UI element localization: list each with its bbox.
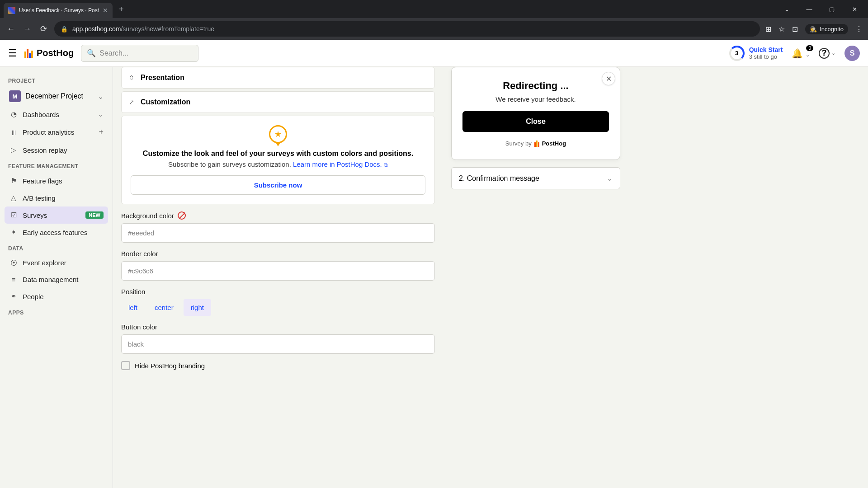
chevron-down-icon: ⌄ [607, 174, 613, 183]
quick-start-progress: 3 [729, 46, 745, 61]
address-bar[interactable]: 🔒 app.posthog.com/surveys/new#fromTempla… [54, 21, 760, 37]
nav-icon: ⚭ [9, 292, 18, 300]
browser-tabstrip: User's Feedback · Surveys · Post ✕ + ⌄ ―… [0, 0, 868, 18]
survey-preview: ✕ Redirecting ... We receive your feedba… [451, 67, 620, 160]
notifications-button[interactable]: 🔔 0 ⌄ [792, 48, 810, 59]
expand-icon: ⇳ [129, 74, 134, 81]
button-color-input[interactable] [121, 334, 435, 354]
position-right-button[interactable]: right [184, 299, 211, 316]
upsell-card: Customize the look and feel of your surv… [121, 116, 435, 204]
sidebar-item-people[interactable]: ⚭People [5, 288, 108, 305]
quick-start-widget[interactable]: 3 Quick Start 3 still to go [729, 46, 783, 61]
sidebar-item-data-management[interactable]: ≡Data management [5, 271, 108, 288]
new-tab-button[interactable]: + [119, 5, 124, 14]
preview-close-button[interactable]: ✕ [602, 72, 615, 85]
maximize-button[interactable]: ▢ [822, 6, 842, 13]
bookmark-icon[interactable]: ☆ [778, 25, 785, 33]
sidebar-item-dashboards[interactable]: ◔Dashboards⌄ [5, 106, 108, 123]
field-label: Position [121, 288, 435, 296]
nav-icon: ⚑ [9, 177, 18, 185]
logo-mark-small [534, 141, 539, 147]
tab-close-icon[interactable]: ✕ [103, 7, 108, 14]
nav-label: Event explorer [23, 259, 66, 267]
add-icon[interactable]: + [99, 127, 104, 137]
project-switcher[interactable]: M December Project ⌄ [5, 87, 108, 106]
border-color-input[interactable] [121, 261, 435, 281]
nav-label: Early access features [23, 229, 87, 236]
menu-toggle-icon[interactable]: ☰ [8, 47, 17, 59]
logo-text: PostHog [37, 48, 74, 58]
nav-icon: ◔ [9, 110, 18, 118]
quick-start-title: Quick Start [749, 46, 783, 53]
section-presentation[interactable]: ⇳ Presentation [121, 67, 435, 89]
award-icon [269, 125, 287, 143]
new-badge: NEW [85, 211, 104, 219]
sidebar-item-a-b-testing[interactable]: △A/B testing [5, 189, 108, 206]
sidebar-item-feature-flags[interactable]: ⚑Feature flags [5, 172, 108, 189]
back-button[interactable]: ← [5, 24, 16, 34]
extensions-icon[interactable]: ⊞ [765, 25, 771, 33]
sidebar-section-project: PROJECT [5, 73, 108, 87]
sidebar-section-feature: FEATURE MANAGEMENT [5, 159, 108, 172]
nav-label: Product analytics [23, 128, 74, 136]
window-controls: ⌄ ― ▢ ✕ [777, 6, 868, 13]
checkbox-label: Hide PostHog branding [135, 362, 205, 370]
sidebar-item-product-analytics[interactable]: ⫼Product analytics+ [5, 123, 108, 141]
minimize-button[interactable]: ― [799, 6, 819, 13]
lock-icon: 🔒 [61, 26, 68, 33]
incognito-icon: 🕵 [810, 26, 817, 33]
nav-label: People [23, 293, 44, 300]
position-left-button[interactable]: left [121, 299, 145, 316]
chevron-down-icon: ⌄ [806, 52, 810, 57]
background-color-input[interactable] [121, 223, 435, 243]
section-customization[interactable]: ⤢ Customization [121, 91, 435, 113]
bell-icon: 🔔 [792, 48, 803, 58]
nav-icon: ☑ [9, 211, 18, 219]
preview-panel: ✕ Redirecting ... We receive your feedba… [443, 67, 628, 488]
sidebar-item-early-access-features[interactable]: ✦Early access features [5, 224, 108, 241]
sidebar-item-session-replay[interactable]: ▷Session replay [5, 141, 108, 159]
sidebar-section-apps: APPS [5, 305, 108, 319]
search-input[interactable]: 🔍 Search... [81, 45, 198, 62]
install-icon[interactable]: ⊡ [792, 25, 798, 33]
section-title: Presentation [141, 74, 184, 82]
confirmation-label: 2. Confirmation message [459, 174, 539, 183]
favicon [8, 7, 15, 14]
chrome-menu-icon[interactable]: ⋮ [855, 25, 863, 33]
preview-branding: Survey by PostHog [462, 140, 609, 147]
subscribe-button[interactable]: Subscribe now [131, 175, 425, 195]
posthog-logo[interactable]: PostHog [24, 48, 74, 58]
upsell-text: Subscribe to gain surveys customization.… [131, 160, 425, 168]
nav-label: Dashboards [23, 111, 59, 118]
nav-icon: ⦿ [9, 259, 18, 267]
logo-mark [24, 49, 33, 58]
sidebar: PROJECT M December Project ⌄ ◔Dashboards… [0, 67, 113, 488]
upsell-heading: Customize the look and feel of your surv… [131, 150, 425, 158]
user-avatar[interactable]: S [844, 46, 860, 61]
nav-icon: ⫼ [9, 128, 18, 136]
incognito-badge[interactable]: 🕵 Incognito [805, 24, 848, 34]
position-center-button[interactable]: center [147, 299, 181, 316]
hide-branding-checkbox[interactable]: Hide PostHog branding [121, 361, 435, 370]
preview-subtitle: We receive your feedback. [462, 95, 609, 103]
forward-button[interactable]: → [22, 24, 33, 34]
preview-close-cta[interactable]: Close [462, 111, 609, 132]
incognito-label: Incognito [820, 26, 844, 33]
nav-label: Surveys [23, 211, 47, 219]
chrome-menu-chevron[interactable]: ⌄ [777, 6, 797, 13]
docs-link[interactable]: Learn more in PostHog Docs. ⧉ [293, 160, 388, 168]
nav-icon: ≡ [9, 276, 18, 283]
sidebar-item-surveys[interactable]: ☑SurveysNEW [5, 206, 108, 224]
close-window-button[interactable]: ✕ [844, 6, 864, 13]
help-button[interactable]: ? ⌄ [819, 48, 835, 59]
external-link-icon: ⧉ [384, 162, 388, 168]
browser-tab[interactable]: User's Feedback · Surveys · Post ✕ [4, 3, 113, 18]
field-button-color: Button color [121, 323, 435, 354]
search-icon: 🔍 [87, 49, 96, 57]
nav-label: Feature flags [23, 177, 62, 185]
help-icon: ? [819, 48, 830, 59]
field-label: Button color [121, 323, 435, 331]
reload-button[interactable]: ⟳ [38, 24, 49, 34]
sidebar-item-event-explorer[interactable]: ⦿Event explorer [5, 254, 108, 271]
confirmation-message-row[interactable]: 2. Confirmation message ⌄ [451, 167, 620, 189]
